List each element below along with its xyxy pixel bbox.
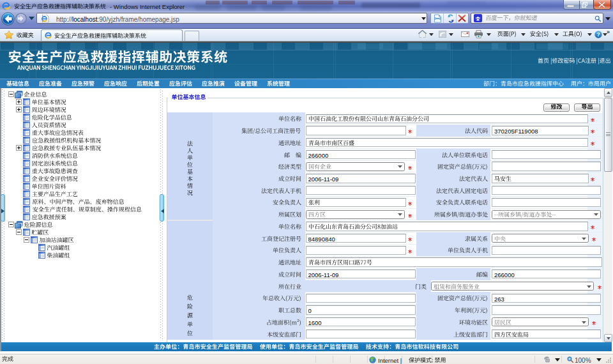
svg-text:?: ?: [596, 31, 600, 38]
